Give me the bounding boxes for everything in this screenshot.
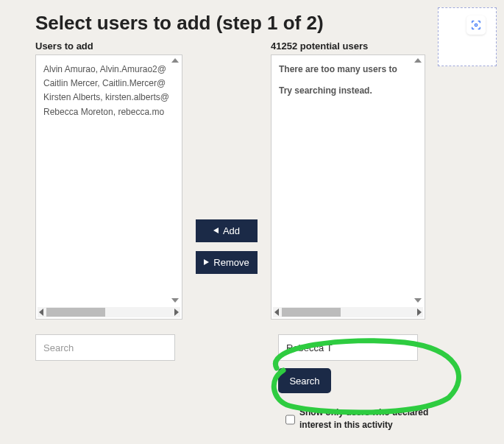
overflow-message-line2: Try searching instead. <box>279 84 417 98</box>
scroll-thumb[interactable] <box>282 308 341 317</box>
list-item[interactable]: Alvin Amurao, Alvin.Amurao2@ <box>43 63 174 77</box>
arrow-left-icon <box>213 228 219 233</box>
scroll-track[interactable] <box>282 308 414 317</box>
vertical-scrollbar[interactable] <box>413 57 423 306</box>
interest-filter-checkbox[interactable] <box>285 408 295 431</box>
scroll-down-icon[interactable] <box>171 298 179 303</box>
page-title: Select users to add (step 1 of 2) <box>0 0 504 40</box>
interest-filter-row[interactable]: Show only users who declared interest in… <box>285 406 447 431</box>
scroll-right-icon[interactable] <box>174 309 179 316</box>
arrow-right-icon <box>204 259 209 265</box>
scroll-up-icon[interactable] <box>414 58 422 63</box>
scroll-up-icon[interactable] <box>171 58 179 63</box>
right-list-label: 41252 potential users <box>271 40 425 52</box>
list-content: Alvin Amurao, Alvin.Amurao2@ Caitlin Mer… <box>36 55 182 307</box>
horizontal-scrollbar[interactable] <box>273 307 423 317</box>
left-search-group <box>35 320 175 393</box>
scan-badge[interactable] <box>466 15 486 35</box>
potential-users-listbox[interactable]: There are too many users to Try searchin… <box>271 54 425 320</box>
list-item[interactable]: Caitlin Mercer, Caitlin.Mercer@ <box>43 77 174 91</box>
add-button[interactable]: Add <box>196 219 258 242</box>
scroll-thumb[interactable] <box>46 308 105 317</box>
right-search-input[interactable] <box>278 334 418 361</box>
horizontal-scrollbar[interactable] <box>38 307 180 317</box>
search-button[interactable]: Search <box>278 368 331 393</box>
left-search-input[interactable] <box>35 334 175 361</box>
left-column: Users to add Alvin Amurao, Alvin.Amurao2… <box>35 40 182 320</box>
scroll-down-icon[interactable] <box>414 298 422 303</box>
left-list-label: Users to add <box>35 40 182 52</box>
scroll-left-icon[interactable] <box>274 309 279 316</box>
add-button-label: Add <box>223 225 240 236</box>
scroll-left-icon[interactable] <box>39 309 43 316</box>
remove-button-label: Remove <box>213 257 249 268</box>
users-to-add-listbox[interactable]: Alvin Amurao, Alvin.Amurao2@ Caitlin Mer… <box>35 54 182 320</box>
transfer-buttons: Add Remove <box>199 40 255 320</box>
floating-placeholder <box>438 7 497 66</box>
dual-list-panel: Users to add Alvin Amurao, Alvin.Amurao2… <box>0 40 504 320</box>
list-item[interactable]: Rebecca Moreton, rebecca.mo <box>43 105 174 119</box>
right-column: 41252 potential users There are too many… <box>271 40 425 320</box>
overflow-message-line1: There are too many users to <box>279 63 417 77</box>
vertical-scrollbar[interactable] <box>170 57 180 306</box>
interest-filter-label: Show only users who declared interest in… <box>299 406 447 431</box>
search-row: Search <box>0 320 504 393</box>
remove-button[interactable]: Remove <box>196 251 258 274</box>
right-search-group: Search <box>278 320 418 393</box>
list-item[interactable]: Kirsten Alberts, kirsten.alberts@ <box>43 91 174 105</box>
list-content: There are too many users to Try searchin… <box>271 55 425 307</box>
scroll-right-icon[interactable] <box>417 309 422 316</box>
svg-point-0 <box>475 24 477 26</box>
scan-icon <box>470 19 482 31</box>
scroll-track[interactable] <box>46 308 171 317</box>
